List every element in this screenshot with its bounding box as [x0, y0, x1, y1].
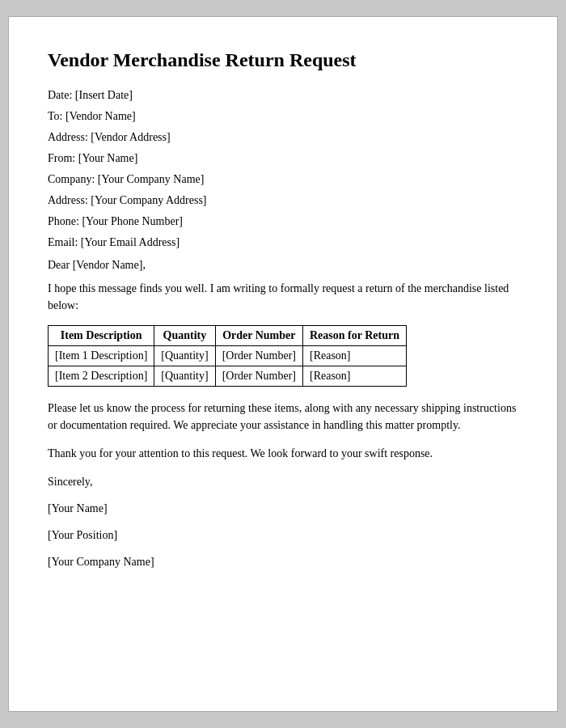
email-label: Email:: [48, 236, 78, 248]
vendor-address-field: Address: [Vendor Address]: [48, 131, 518, 144]
table-cell-row2-col1: [Item 2 Description]: [49, 366, 154, 387]
date-field: Date: [Insert Date]: [48, 89, 518, 102]
signature-name: [Your Name]: [48, 500, 518, 517]
email-field: Email: [Your Email Address]: [48, 236, 518, 249]
col-header-order-number: Order Number: [215, 326, 302, 346]
document-page: Vendor Merchandise Return Request Date: …: [8, 16, 558, 712]
company-address-field: Address: [Your Company Address]: [48, 194, 518, 207]
company-value: [Your Company Name]: [98, 173, 205, 185]
table-row: [Item 1 Description][Quantity][Order Num…: [49, 346, 407, 366]
middle-paragraph: Please let us know the process for retur…: [48, 400, 518, 434]
to-value: [Vendor Name]: [65, 110, 136, 122]
salutation: Dear [Vendor Name],: [48, 259, 518, 272]
closing-section: Sincerely, [Your Name] [Your Position] […: [48, 473, 518, 570]
document-title: Vendor Merchandise Return Request: [48, 49, 518, 71]
opening-paragraph: I hope this message finds you well. I am…: [48, 280, 518, 314]
col-header-quantity: Quantity: [154, 326, 215, 346]
company-field: Company: [Your Company Name]: [48, 173, 518, 186]
table-cell-row1-col4: [Reason]: [302, 346, 406, 366]
table-row: [Item 2 Description][Quantity][Order Num…: [49, 366, 407, 387]
signature-company: [Your Company Name]: [48, 553, 518, 570]
closing-word: Sincerely,: [48, 473, 518, 490]
table-header-row: Item Description Quantity Order Number R…: [49, 326, 407, 346]
email-value: [Your Email Address]: [81, 236, 180, 248]
table-cell-row2-col4: [Reason]: [302, 366, 406, 387]
company-address-label: Address:: [48, 194, 88, 206]
from-label: From:: [48, 152, 75, 164]
vendor-address-label: Address:: [48, 131, 88, 143]
table-cell-row1-col1: [Item 1 Description]: [49, 346, 154, 366]
company-label: Company:: [48, 173, 95, 185]
phone-label: Phone:: [48, 215, 79, 227]
closing-paragraph: Thank you for your attention to this req…: [48, 445, 518, 462]
to-label: To:: [48, 110, 62, 122]
table-cell-row2-col2: [Quantity]: [154, 366, 215, 387]
signature-position: [Your Position]: [48, 527, 518, 544]
to-field: To: [Vendor Name]: [48, 110, 518, 123]
from-field: From: [Your Name]: [48, 152, 518, 165]
from-value: [Your Name]: [78, 152, 138, 164]
table-cell-row1-col3: [Order Number]: [215, 346, 302, 366]
phone-field: Phone: [Your Phone Number]: [48, 215, 518, 228]
date-value: [Insert Date]: [75, 89, 133, 101]
col-header-reason: Reason for Return: [302, 326, 406, 346]
date-label: Date:: [48, 89, 72, 101]
return-items-table: Item Description Quantity Order Number R…: [48, 325, 407, 387]
col-header-item-description: Item Description: [49, 326, 154, 346]
table-cell-row1-col2: [Quantity]: [154, 346, 215, 366]
company-address-value: [Your Company Address]: [91, 194, 206, 206]
table-cell-row2-col3: [Order Number]: [215, 366, 302, 387]
vendor-address-value: [Vendor Address]: [91, 131, 170, 143]
phone-value: [Your Phone Number]: [82, 215, 183, 227]
